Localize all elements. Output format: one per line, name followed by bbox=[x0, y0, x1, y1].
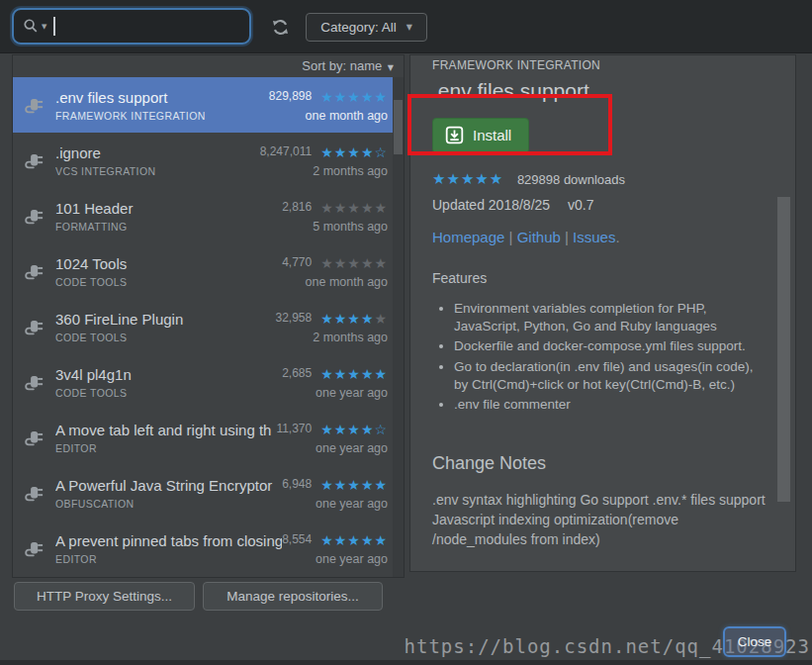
plugin-updated-ago: one year ago bbox=[276, 441, 388, 455]
plugin-downloads: 2,816 bbox=[282, 200, 312, 214]
plugin-downloads: 8,554 bbox=[282, 532, 312, 546]
chevron-down-icon: ▼ bbox=[406, 23, 412, 32]
plugin-name: A prevent pinned tabs from closing bbox=[55, 532, 282, 549]
plugin-rating: ★★★★★ bbox=[320, 88, 388, 105]
category-dropdown[interactable]: Category: All ▼ bbox=[306, 13, 427, 42]
feature-item: Dockerfile and docker-compose.yml files … bbox=[454, 337, 766, 355]
change-notes-heading: Change Notes bbox=[432, 453, 766, 474]
plugin-icon bbox=[23, 370, 48, 394]
plugin-name: .env files support bbox=[55, 89, 269, 106]
plugin-icon bbox=[23, 536, 48, 560]
plugin-downloads: 32,958 bbox=[275, 311, 312, 325]
plugin-detail-panel: FRAMEWORK INTEGRATION .env files support… bbox=[409, 54, 796, 572]
list-scrollbar-thumb[interactable] bbox=[394, 100, 403, 154]
plugin-rating: ★★★★★ bbox=[320, 365, 388, 382]
detail-plugin-title: .env files support bbox=[432, 79, 766, 103]
feature-item: .env file commenter bbox=[454, 396, 766, 414]
link-homepage[interactable]: Homepage bbox=[432, 229, 504, 245]
plugin-list: .env files support FRAMEWORK INTEGRATION… bbox=[13, 77, 404, 577]
plugin-downloads: 4,770 bbox=[282, 255, 312, 269]
change-notes-text: .env syntax highlighting Go support .env… bbox=[432, 491, 766, 549]
plugin-row[interactable]: A move tab left and right using th EDITO… bbox=[13, 410, 404, 465]
plugin-icon bbox=[23, 481, 48, 505]
plugin-row[interactable]: 101 Header FORMATTING 2,816★★★★★ 5 month… bbox=[13, 188, 404, 243]
plugin-row[interactable]: 360 FireLine Plugin CODE TOOLS 32,958★★★… bbox=[13, 299, 404, 354]
detail-rating-stars: ★★★★★ bbox=[432, 172, 503, 187]
plugin-list-panel: Sort by: name ▼ .env files support FRAME… bbox=[12, 54, 405, 578]
plugin-rating: ★★★★★ bbox=[320, 254, 388, 271]
sort-dropdown[interactable]: Sort by: name ▼ bbox=[13, 55, 404, 77]
plugin-icon bbox=[23, 315, 48, 338]
list-scrollbar[interactable] bbox=[393, 77, 404, 577]
refresh-button[interactable] bbox=[267, 14, 293, 40]
plugin-downloads: 2,685 bbox=[282, 366, 312, 380]
manage-repositories-button[interactable]: Manage repositories... bbox=[203, 582, 383, 611]
link-separator: | bbox=[504, 229, 516, 245]
plugin-category: EDITOR bbox=[55, 442, 276, 454]
plugin-category: CODE TOOLS bbox=[55, 387, 282, 399]
plugin-updated-ago: 2 months ago bbox=[260, 164, 388, 178]
plugin-category: CODE TOOLS bbox=[55, 276, 282, 288]
plugin-downloads: 11,370 bbox=[276, 422, 312, 435]
plugin-rating: ★★★★★ bbox=[320, 199, 388, 216]
http-proxy-settings-button[interactable]: HTTP Proxy Settings... bbox=[14, 582, 195, 611]
plugin-updated-ago: 5 months ago bbox=[282, 220, 388, 234]
features-list: Environment variables completion for PHP… bbox=[432, 300, 766, 414]
plugin-category: EDITOR bbox=[55, 553, 282, 565]
feature-item: Environment variables completion for PHP… bbox=[454, 300, 766, 335]
detail-category-label: FRAMEWORK INTEGRATION bbox=[432, 58, 766, 72]
plugin-name: 360 FireLine Plugin bbox=[55, 311, 275, 328]
install-button-label: Install bbox=[473, 127, 511, 143]
toolbar: ▼ Category: All ▼ bbox=[0, 0, 812, 53]
feature-item: Go to declaration(in .env file) and usag… bbox=[454, 358, 766, 394]
plugin-name: A Powerful Java String Encryptor bbox=[55, 477, 282, 494]
plugin-icon bbox=[23, 93, 48, 117]
search-field[interactable]: ▼ bbox=[12, 8, 251, 45]
detail-version-text: v0.7 bbox=[568, 197, 593, 213]
links-suffix: . bbox=[615, 229, 619, 245]
detail-updated-text: Updated 2018/8/25 bbox=[432, 197, 550, 213]
plugin-category: FRAMEWORK INTEGRATION bbox=[55, 110, 269, 122]
link-separator: | bbox=[561, 229, 573, 245]
search-input[interactable] bbox=[55, 18, 249, 36]
plugin-category: FORMATTING bbox=[55, 221, 282, 233]
plugin-updated-ago: 2 months ago bbox=[275, 331, 388, 344]
plugin-updated-ago: one month ago bbox=[282, 275, 388, 289]
plugin-updated-ago: one year ago bbox=[282, 552, 388, 566]
features-heading: Features bbox=[432, 270, 766, 286]
install-button[interactable]: Install bbox=[432, 118, 529, 153]
plugin-name: 3v4l pl4g1n bbox=[55, 366, 282, 383]
plugin-row[interactable]: A Powerful Java String Encryptor OBFUSCA… bbox=[13, 465, 404, 521]
link-issues[interactable]: Issues bbox=[573, 229, 615, 245]
plugin-row[interactable]: .ignore VCS INTEGRATION 8,247,011★★★★☆ 2… bbox=[13, 133, 404, 188]
search-options-arrow-icon[interactable]: ▼ bbox=[42, 23, 46, 31]
sort-dropdown-label: Sort by: name bbox=[302, 58, 382, 73]
plugin-category: OBFUSCATION bbox=[55, 498, 282, 510]
plugin-row[interactable]: 3v4l pl4g1n CODE TOOLS 2,685★★★★★ one ye… bbox=[13, 354, 404, 410]
detail-scrollbar-thumb[interactable] bbox=[777, 197, 790, 502]
plugin-icon bbox=[23, 426, 48, 449]
plugin-browser-dialog: ▼ Category: All ▼ Sort by: name ▼ bbox=[0, 0, 812, 665]
sort-chevron-down-icon: ▼ bbox=[388, 63, 394, 72]
plugin-name: 101 Header bbox=[55, 200, 282, 217]
dialog-bottom-edge bbox=[0, 660, 812, 665]
link-github[interactable]: Github bbox=[517, 229, 561, 245]
plugin-row[interactable]: .env files support FRAMEWORK INTEGRATION… bbox=[13, 77, 404, 133]
plugin-name: .ignore bbox=[55, 144, 260, 161]
plugin-category: CODE TOOLS bbox=[55, 332, 275, 343]
plugin-icon bbox=[23, 259, 48, 283]
plugin-downloads: 8,247,011 bbox=[260, 144, 313, 158]
plugin-rating: ★★★★★ bbox=[320, 310, 388, 327]
close-button[interactable]: Close bbox=[723, 626, 786, 657]
plugin-icon bbox=[23, 148, 48, 172]
plugin-updated-ago: one month ago bbox=[269, 109, 388, 123]
plugin-rating: ★★★★☆ bbox=[320, 421, 388, 437]
plugin-name: 1024 Tools bbox=[55, 255, 282, 272]
plugin-category: VCS INTEGRATION bbox=[55, 165, 260, 177]
download-icon bbox=[445, 126, 464, 144]
detail-downloads-count: 829898 downloads bbox=[517, 172, 625, 187]
plugin-row[interactable]: A prevent pinned tabs from closing EDITO… bbox=[13, 521, 404, 576]
plugin-downloads: 829,898 bbox=[269, 89, 312, 103]
plugin-name: A move tab left and right using th bbox=[55, 422, 276, 438]
plugin-row[interactable]: 1024 Tools CODE TOOLS 4,770★★★★★ one mon… bbox=[13, 243, 404, 299]
